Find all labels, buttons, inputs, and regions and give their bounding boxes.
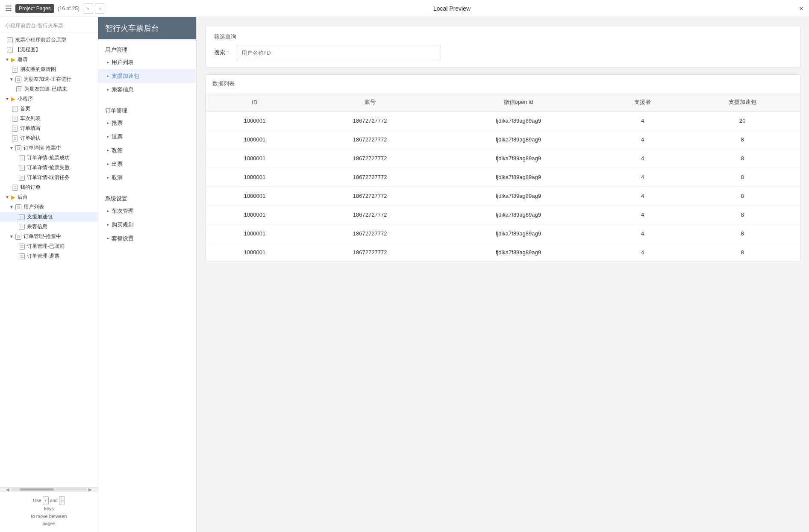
tree-item-prototype[interactable]: □ 抢票小程序前后台原型 bbox=[0, 35, 98, 45]
cell-wxopenid: fjdika7f89ag89ag9 bbox=[436, 187, 600, 206]
expand-arrow: ▼ bbox=[9, 234, 14, 239]
tree-item-order-cancelled[interactable]: □ 订单管理-已取消 bbox=[0, 241, 98, 251]
page-icon: □ bbox=[12, 185, 18, 191]
page-icon: □ bbox=[12, 135, 18, 141]
top-bar: ☰ Project Pages (16 of 25) ‹ › Local Pre… bbox=[0, 0, 809, 17]
cell-wxopenid: fjdika7f89ag89ag9 bbox=[436, 149, 600, 168]
tree-item-order-refund[interactable]: □ 订单管理-退票 bbox=[0, 251, 98, 261]
page-icon: □ bbox=[12, 67, 18, 73]
cell-supporter: 4 bbox=[600, 206, 685, 224]
tree-item-invite-folder[interactable]: ▼ ▶ 邀请 bbox=[0, 55, 98, 65]
scroll-left-arrow[interactable]: ◀ bbox=[6, 487, 9, 492]
data-table: ID 账号 微信open id 支援者 支援加速包 1000001 186727… bbox=[206, 93, 800, 262]
tree-item-miniprogram-folder[interactable]: ▼ ▶ 小程序 bbox=[0, 94, 98, 104]
folder-icon: ▶ bbox=[11, 56, 15, 63]
nav-train-mgmt[interactable]: 车次管理 bbox=[98, 204, 196, 218]
tree-item-order-cancel[interactable]: □ 订单详情-取消任务 bbox=[0, 173, 98, 182]
tree-item-order-mgmt-folder[interactable]: ▼ □ 订单管理-抢票中 bbox=[0, 232, 98, 241]
key-left: ‹ bbox=[43, 496, 49, 506]
page-icon: □ bbox=[7, 37, 13, 43]
nav-next-button[interactable]: › bbox=[95, 3, 105, 14]
tree-item-userlist-folder[interactable]: ▼ □ 用户列表 bbox=[0, 202, 98, 212]
tree-item-order-confirm[interactable]: □ 订单确认 bbox=[0, 133, 98, 143]
tree-item-order-detail-folder[interactable]: ▼ □ 订单详情-抢票中 bbox=[0, 143, 98, 153]
search-input[interactable] bbox=[236, 45, 441, 60]
page-icon: □ bbox=[15, 145, 21, 151]
page-icon: □ bbox=[7, 47, 13, 53]
folder-icon: ▶ bbox=[11, 194, 15, 200]
nav-package-settings[interactable]: 套餐设置 bbox=[98, 232, 196, 245]
cell-id: 1000001 bbox=[206, 243, 304, 262]
tree-item-order-fail[interactable]: □ 订单详情-抢票失败 bbox=[0, 163, 98, 173]
nav-boost-package[interactable]: 支援加速包 bbox=[98, 69, 196, 83]
tree-item-passenger[interactable]: □ 乘客信息 bbox=[0, 222, 98, 232]
page-icon: □ bbox=[19, 165, 25, 171]
nav-issue-ticket[interactable]: 出票 bbox=[98, 157, 196, 171]
close-icon[interactable]: ✕ bbox=[799, 5, 804, 12]
table-header-row: ID 账号 微信open id 支援者 支援加速包 bbox=[206, 93, 800, 112]
expand-arrow: ▼ bbox=[5, 195, 9, 200]
cell-supporter: 4 bbox=[600, 112, 685, 130]
cell-wxopenid: fjdika7f89ag89ag9 bbox=[436, 168, 600, 187]
cell-account: 18672727772 bbox=[304, 206, 436, 224]
nav-purchase-rules[interactable]: 购买规则 bbox=[98, 218, 196, 232]
tree-container: □ 抢票小程序前后台原型 □ 【流程图】 ▼ ▶ 邀请 □ 朋友圈的邀请图 bbox=[0, 32, 98, 487]
table-row: 1000001 18672727772 fjdika7f89ag89ag9 4 … bbox=[206, 168, 800, 187]
cell-supporter: 4 bbox=[600, 168, 685, 187]
page-icon: □ bbox=[19, 253, 25, 259]
cell-id: 1000001 bbox=[206, 149, 304, 168]
cell-package: 20 bbox=[685, 112, 800, 130]
scrollbar-thumb[interactable] bbox=[20, 488, 54, 491]
nav-prev-button[interactable]: ‹ bbox=[83, 3, 93, 14]
tree-item-boost-ended[interactable]: □ 为朋友加速-已结束 bbox=[0, 84, 98, 94]
nav-refund[interactable]: 退票 bbox=[98, 130, 196, 144]
expand-arrow: ▼ bbox=[9, 205, 14, 209]
tree-item-invite-wechat[interactable]: □ 朋友圈的邀请图 bbox=[0, 65, 98, 74]
col-id: ID bbox=[206, 93, 304, 112]
nav-user-list[interactable]: 用户列表 bbox=[98, 56, 196, 69]
page-icon: □ bbox=[16, 86, 22, 92]
nav-grab-ticket[interactable]: 抢票 bbox=[98, 116, 196, 130]
tree-item-order-fill[interactable]: □ 订单填写 bbox=[0, 123, 98, 133]
page-icon: □ bbox=[15, 234, 21, 240]
table-row: 1000001 18672727772 fjdika7f89ag89ag9 4 … bbox=[206, 206, 800, 224]
tree-item-backend-folder[interactable]: ▼ ▶ 后台 bbox=[0, 192, 98, 202]
page-icon: □ bbox=[12, 106, 18, 112]
cell-wxopenid: fjdika7f89ag89ag9 bbox=[436, 112, 600, 130]
data-table-section: 数据列表 ID 账号 微信open id 支援者 支援加速包 1000001 1… bbox=[205, 74, 800, 262]
filter-title: 筛选查询 bbox=[214, 33, 791, 41]
project-pages-button[interactable]: Project Pages bbox=[15, 4, 54, 13]
top-bar-left: ☰ Project Pages (16 of 25) ‹ › bbox=[5, 3, 105, 14]
col-account: 账号 bbox=[304, 93, 436, 112]
nav-change[interactable]: 改签 bbox=[98, 144, 196, 157]
cell-package: 8 bbox=[685, 130, 800, 149]
search-label: 搜索： bbox=[214, 49, 231, 56]
cell-id: 1000001 bbox=[206, 112, 304, 130]
middle-nav: 智行火车票后台 用户管理 用户列表 支援加速包 乘客信息 订单管理 抢票 退票 … bbox=[98, 17, 197, 532]
expand-arrow: ▼ bbox=[9, 77, 14, 82]
page-icon: □ bbox=[19, 244, 25, 250]
local-preview-title: Local Preview bbox=[433, 5, 471, 12]
h-scrollbar[interactable]: ◀ ▶ bbox=[0, 487, 98, 491]
tree-item-my-orders[interactable]: □ 我的订单 bbox=[0, 182, 98, 192]
cell-account: 18672727772 bbox=[304, 243, 436, 262]
nav-cancel[interactable]: 取消 bbox=[98, 171, 196, 185]
cell-id: 1000001 bbox=[206, 224, 304, 243]
tree-item-flowchart[interactable]: □ 【流程图】 bbox=[0, 45, 98, 55]
nav-passenger-info[interactable]: 乘客信息 bbox=[98, 83, 196, 97]
tree-item-boost-package[interactable]: □ 支援加速包 bbox=[0, 212, 98, 222]
user-mgmt-section: 用户管理 用户列表 支援加速包 乘客信息 bbox=[98, 39, 196, 100]
cell-id: 1000001 bbox=[206, 168, 304, 187]
table-row: 1000001 18672727772 fjdika7f89ag89ag9 4 … bbox=[206, 112, 800, 130]
cell-wxopenid: fjdika7f89ag89ag9 bbox=[436, 243, 600, 262]
hamburger-icon[interactable]: ☰ bbox=[5, 4, 12, 13]
table-row: 1000001 18672727772 fjdika7f89ag89ag9 4 … bbox=[206, 187, 800, 206]
cell-id: 1000001 bbox=[206, 187, 304, 206]
tree-item-trainlist[interactable]: □ 车次列表 bbox=[0, 114, 98, 123]
page-icon: □ bbox=[15, 204, 21, 210]
tree-item-boost-ongoing[interactable]: ▼ □ 为朋友加速-正在进行 bbox=[0, 74, 98, 84]
tree-item-home[interactable]: □ 首页 bbox=[0, 104, 98, 114]
scroll-right-arrow[interactable]: ▶ bbox=[88, 487, 92, 492]
tree-item-order-success[interactable]: □ 订单详情-抢票成功 bbox=[0, 153, 98, 163]
order-mgmt-title: 订单管理 bbox=[98, 103, 196, 116]
